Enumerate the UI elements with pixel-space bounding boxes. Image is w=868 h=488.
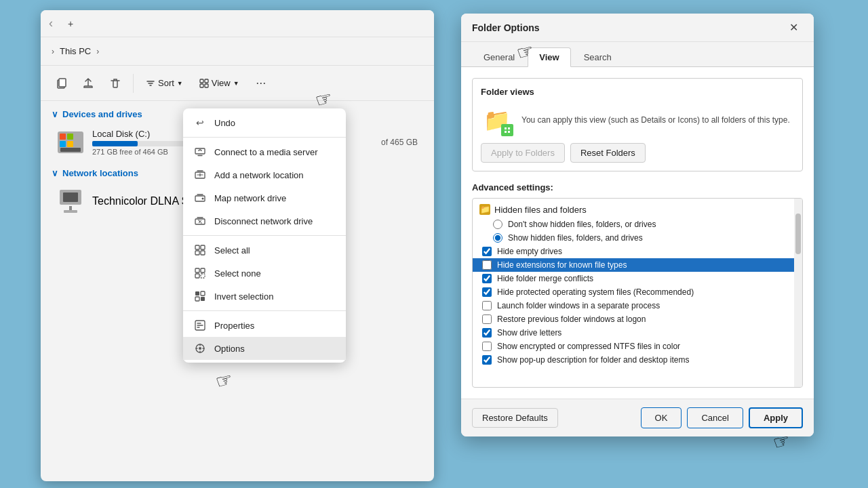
dialog-body: Folder views 📁 You can: [461, 67, 814, 399]
toolbar-delete-btn[interactable]: [103, 71, 127, 96]
checkbox-hide-merge-conflicts[interactable]: Hide folder merge conflicts: [473, 272, 802, 285]
share-icon: [82, 77, 94, 89]
menu-item-map-drive[interactable]: Map network drive: [183, 186, 346, 209]
checkbox-hide-extensions-input[interactable]: [482, 260, 492, 270]
checkbox-hide-protected-os-input[interactable]: [482, 287, 492, 297]
toolbar-icon1[interactable]: [49, 71, 73, 96]
menu-item-select-none[interactable]: Select none: [183, 262, 346, 285]
toolbar-share-btn[interactable]: [76, 71, 100, 96]
checkbox-launch-separate-input[interactable]: [482, 301, 492, 310]
explorer-toolbar: Sort ▼ View ▼ ···: [41, 66, 434, 101]
checkbox-show-ntfs-color-label: Show encrypted or compressed NTFS files …: [497, 342, 680, 351]
checkbox-show-popup[interactable]: Show pop-up description for folder and d…: [473, 353, 802, 367]
select-all-icon: [194, 244, 206, 256]
checkbox-show-drive-letters-input[interactable]: [482, 328, 492, 338]
view-icon: [199, 79, 209, 88]
network-chevron-icon: ∨: [52, 168, 58, 178]
folder-icon-area: 📁: [481, 104, 513, 136]
menu-item-undo[interactable]: ↩ Undo: [183, 111, 346, 134]
svg-rect-19: [201, 274, 205, 278]
svg-rect-22: [195, 297, 199, 301]
cancel-label: Cancel: [701, 413, 728, 423]
restore-defaults-button[interactable]: Restore Defaults: [472, 408, 558, 428]
svg-point-10: [202, 198, 204, 200]
svg-rect-14: [195, 251, 199, 255]
checkbox-restore-previous-input[interactable]: [482, 314, 492, 324]
svg-rect-17: [201, 268, 205, 272]
folder-view-content: 📁 You can apply this view (such as Detai…: [481, 104, 794, 136]
tab-search[interactable]: Search: [572, 47, 623, 66]
menu-item-properties[interactable]: Properties: [183, 314, 346, 337]
view-button[interactable]: View ▼: [193, 73, 246, 94]
ok-button[interactable]: OK: [641, 407, 682, 428]
map-drive-label: Map network drive: [214, 193, 286, 203]
dialog-footer-right: OK Cancel Apply: [641, 407, 803, 428]
copy-icon: [55, 77, 67, 89]
checkbox-hide-empty-drives[interactable]: Hide empty drives: [473, 245, 802, 258]
checkbox-show-drive-letters[interactable]: Show drive letters: [473, 326, 802, 340]
sort-button[interactable]: Sort ▼: [139, 73, 190, 94]
checkbox-show-ntfs-color-input[interactable]: [482, 342, 492, 351]
network-device-name: Technicolor DLNA S: [92, 195, 189, 207]
reset-folders-button[interactable]: Reset Folders: [570, 143, 646, 163]
checkbox-hide-protected-os[interactable]: Hide protected operating system files (R…: [473, 285, 802, 299]
menu-item-invert-selection[interactable]: Invert selection: [183, 285, 346, 308]
menu-item-connect-media[interactable]: Connect to a media server: [183, 140, 346, 163]
folder-group-icon: 📁: [479, 204, 490, 215]
checkbox-hide-empty-drives-input[interactable]: [482, 247, 492, 256]
checkbox-restore-previous[interactable]: Restore previous folder windows at logon: [473, 312, 802, 326]
back-chevron-icon[interactable]: ‹: [49, 16, 53, 30]
add-network-icon: [194, 169, 206, 181]
disconnect-drive-icon: [194, 215, 206, 227]
radio-show-hidden[interactable]: Show hidden files, folders, and drives: [473, 231, 802, 245]
checkbox-hide-extensions[interactable]: Hide extensions for known file types: [473, 258, 802, 272]
dialog-titlebar: Folder Options ✕: [461, 14, 814, 42]
new-tab-button[interactable]: +: [58, 12, 83, 36]
radio-show-hidden-label: Show hidden files, folders, and drives: [508, 233, 643, 243]
toolbar-separator: [133, 74, 134, 93]
tab-search-label: Search: [584, 52, 612, 62]
apply-button[interactable]: Apply: [749, 407, 803, 428]
dialog-close-button[interactable]: ✕: [784, 18, 803, 37]
folder-view-buttons: Apply to Folders Reset Folders: [481, 143, 794, 163]
menu-item-disconnect-drive[interactable]: Disconnect network drive: [183, 209, 346, 232]
scrollbar-track[interactable]: [794, 199, 802, 387]
breadcrumb-arrow1: ›: [52, 47, 54, 56]
menu-separator-1: [183, 137, 346, 138]
more-options-button[interactable]: ···: [249, 71, 273, 96]
invert-selection-icon: [194, 290, 206, 302]
menu-item-add-network[interactable]: Add a network location: [183, 163, 346, 186]
view-chevron-icon: ▼: [233, 80, 239, 87]
radio-dont-show-hidden-input[interactable]: [493, 220, 502, 229]
checkbox-hide-merge-conflicts-label: Hide folder merge conflicts: [497, 274, 593, 283]
scrollbar-thumb[interactable]: [795, 214, 801, 254]
menu-item-options[interactable]: Options: [183, 337, 346, 360]
folder-view-description: You can apply this view (such as Details…: [521, 115, 794, 125]
checkbox-hide-protected-os-label: Hide protected operating system files (R…: [497, 287, 694, 297]
checkbox-show-ntfs-color[interactable]: Show encrypted or compressed NTFS files …: [473, 340, 802, 353]
svg-rect-28: [508, 127, 510, 129]
folder-view-section: Folder views 📁 You can: [472, 78, 803, 171]
properties-icon: [194, 319, 206, 331]
radio-dont-show-hidden[interactable]: Don't show hidden files, folders, or dri…: [473, 218, 802, 231]
tab-view[interactable]: View: [528, 47, 570, 67]
checkbox-launch-separate[interactable]: Launch folder windows in a separate proc…: [473, 299, 802, 312]
svg-rect-21: [201, 291, 205, 296]
cancel-button[interactable]: Cancel: [687, 407, 743, 428]
folder-options-dialog: Folder Options ✕ General View Search Fol…: [461, 14, 814, 436]
checkbox-show-popup-input[interactable]: [482, 355, 492, 365]
apply-to-folders-button[interactable]: Apply to Folders: [481, 143, 565, 163]
svg-rect-13: [201, 245, 205, 249]
checkbox-hide-merge-conflicts-input[interactable]: [482, 274, 492, 283]
tab-general[interactable]: General: [472, 47, 526, 66]
apply-to-folders-label: Apply to Folders: [491, 148, 555, 158]
radio-show-hidden-input[interactable]: [493, 233, 502, 243]
settings-list[interactable]: 📁 Hidden files and folders Don't show hi…: [472, 198, 803, 388]
checkbox-launch-separate-label: Launch folder windows in a separate proc…: [497, 301, 660, 310]
folder-view-overlay: [501, 124, 513, 136]
menu-item-select-all[interactable]: Select all: [183, 239, 346, 262]
dialog-footer: Restore Defaults OK Cancel Apply: [461, 399, 814, 436]
options-icon: [194, 342, 206, 354]
breadcrumb-thispc[interactable]: This PC: [60, 46, 91, 56]
svg-rect-29: [505, 131, 507, 133]
